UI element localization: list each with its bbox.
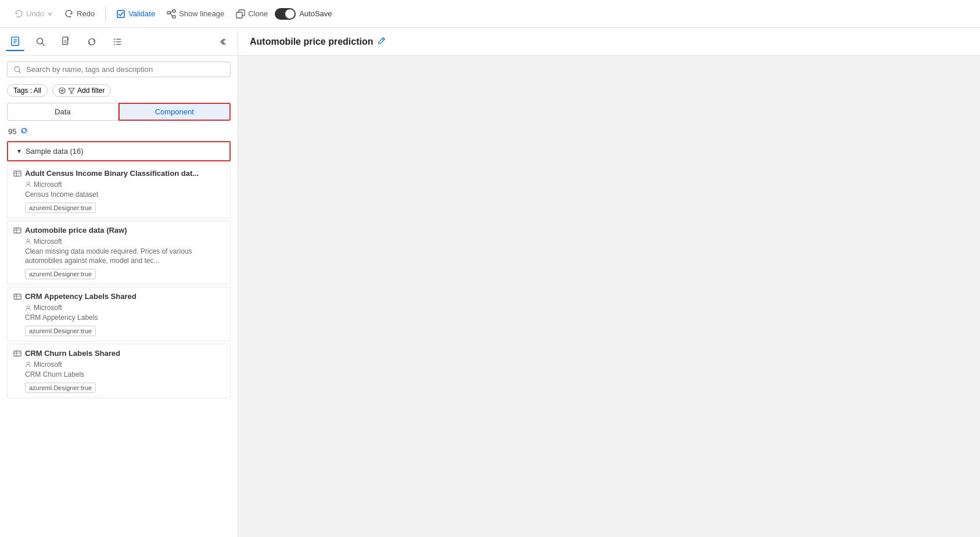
edit-title-icon[interactable] [378,37,386,46]
svg-rect-32 [14,228,21,233]
search-box[interactable] [7,62,231,77]
author-icon [25,361,31,367]
svg-point-35 [27,239,30,242]
item-desc: CRM Churn Labels [13,370,224,380]
plus-filter-icon [59,87,66,94]
svg-point-43 [27,362,30,365]
collapse-icon [218,37,227,46]
redo-icon [64,9,74,19]
svg-rect-2 [173,10,175,12]
count-refresh-icon[interactable] [20,127,28,136]
search-input[interactable] [26,65,224,74]
list-item[interactable]: Adult Census Income Binary Classificatio… [7,164,231,218]
list-item[interactable]: CRM Churn Labels Shared Microsoft CRM Ch… [7,344,231,398]
svg-rect-0 [117,10,124,17]
redo-button[interactable]: Redo [60,6,99,21]
svg-rect-28 [14,171,21,176]
list-icon [112,37,123,47]
author-icon [25,238,31,244]
sample-data-group-header[interactable]: ▼ Sample data (16) [7,141,231,161]
book-icon-btn[interactable] [6,33,24,51]
item-author: Microsoft [34,181,62,189]
author-icon [25,181,31,188]
svg-line-44 [382,39,384,41]
item-author: Microsoft [34,237,62,246]
count-row: 95 [0,124,238,139]
divider-1 [105,7,106,21]
author-icon [25,305,31,311]
group-arrow-icon: ▼ [16,148,22,154]
svg-rect-3 [173,16,175,18]
list-item[interactable]: Automobile price data (Raw) Microsoft Cl… [7,221,231,284]
svg-line-13 [42,43,44,45]
item-title: Automobile price data (Raw) [25,226,127,236]
validate-icon [116,9,125,19]
lineage-icon [167,9,176,19]
canvas-area: Automobile price prediction [238,28,980,537]
search-box-icon [13,66,21,74]
list-icon-btn[interactable] [108,33,127,51]
list-item[interactable]: CRM Appetency Labels Shared Microsoft CR… [7,287,231,341]
item-author: Microsoft [34,304,62,312]
funnel-icon [68,87,75,94]
book-icon [10,36,20,46]
svg-rect-7 [236,12,242,18]
filter-row: Tags : All Add filter [0,81,238,100]
item-tag: azureml.Designer:true [25,383,96,393]
add-filter-button[interactable]: Add filter [52,84,111,97]
item-author: Microsoft [34,361,62,369]
item-title: CRM Churn Labels Shared [25,349,120,359]
item-desc: Census Income dataset [13,190,224,200]
autosave-toggle[interactable]: AutoSave [275,8,332,20]
left-panel: Tags : All Add filter Data Component [0,28,238,537]
svg-rect-1 [167,12,170,14]
item-tag: azureml.Designer:true [25,269,96,279]
clone-icon [236,9,245,19]
canvas-body [238,56,980,537]
undo-button[interactable]: Undo [9,6,58,21]
tab-row: Data Component [7,103,231,121]
svg-line-5 [170,13,173,17]
canvas-title-bar: Automobile price prediction [238,28,980,56]
dataset-icon [13,293,21,301]
search-area [0,56,238,81]
toolbar: Undo Redo Validate Show lineage [0,0,980,28]
result-count: 95 [8,127,16,136]
dataset-icon [13,170,21,178]
tab-data[interactable]: Data [7,103,119,121]
main-layout: Tags : All Add filter Data Component [0,28,980,537]
svg-rect-40 [14,351,21,356]
autosave-switch[interactable] [275,8,296,20]
list-wrapper: ▼ Sample data (16) Adult Census Income B… [0,139,238,537]
tab-component[interactable]: Component [119,103,231,121]
undo-dropdown-icon [47,11,53,17]
item-desc: CRM Appetency Labels [13,313,224,323]
autosave-label: AutoSave [299,9,332,18]
item-title: CRM Appetency Labels Shared [25,292,137,302]
show-lineage-button[interactable]: Show lineage [162,6,229,21]
validate-button[interactable]: Validate [112,6,160,21]
refresh-icon-btn[interactable] [82,33,101,51]
dataset-icon [13,349,21,358]
item-tag: azureml.Designer:true [25,203,96,213]
refresh-icon [87,37,97,47]
collapse-panel-button[interactable] [213,33,232,51]
component-list: ▼ Sample data (16) Adult Census Income B… [0,139,238,406]
canvas-title-text: Automobile price prediction [250,37,373,47]
item-tag: azureml.Designer:true [25,326,96,336]
dataset-icon [13,226,21,235]
item-desc: Clean missing data module required. Pric… [13,247,224,266]
search-icon-btn[interactable] [31,33,50,51]
search-icon [35,37,46,47]
tags-filter-button[interactable]: Tags : All [7,84,48,97]
document-icon-btn[interactable] [57,33,76,51]
svg-rect-36 [14,294,21,300]
svg-point-31 [27,182,30,185]
item-title: Adult Census Income Binary Classificatio… [25,169,199,179]
left-icons-bar [0,28,238,56]
svg-line-24 [19,71,20,73]
document-icon [61,37,71,47]
svg-point-39 [27,305,30,308]
clone-button[interactable]: Clone [231,6,272,21]
group-name: Sample data (16) [26,147,84,156]
